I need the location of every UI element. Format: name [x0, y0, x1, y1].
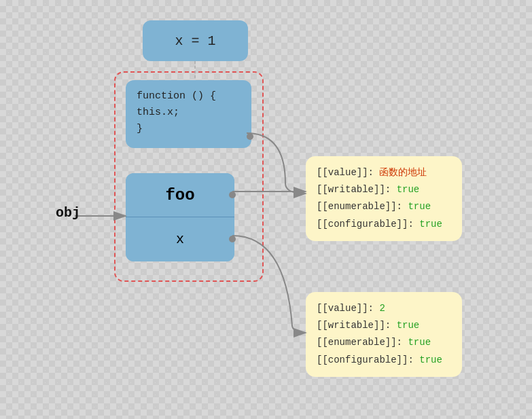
function-line3: }: [137, 121, 216, 137]
bottom-configurable-val: true: [419, 354, 442, 365]
function-connector-dot: [247, 133, 253, 140]
foo-label: foo: [126, 173, 234, 217]
top-value-val: 函数的地址: [379, 167, 427, 178]
top-enumerable-val: true: [408, 201, 431, 212]
function-line2: this.x;: [137, 105, 216, 121]
top-property-box: [[value]]: 函数的地址 [[writable]]: true [[en…: [306, 156, 462, 241]
bottom-writable-val: true: [397, 320, 420, 331]
x1-box: x = 1: [143, 20, 248, 61]
diagram: x = 1 function () { this.x; } foo x obj …: [0, 0, 532, 419]
top-value-label: [[value]]:: [317, 167, 374, 178]
bottom-value-label: [[value]]:: [317, 303, 374, 314]
bottom-value-val: 2: [379, 303, 385, 314]
bottom-property-box: [[value]]: 2 [[writable]]: true [[enumer…: [306, 292, 462, 377]
function-line1: function () {: [137, 88, 216, 105]
bottom-enumerable-val: true: [408, 337, 431, 348]
bottom-enumerable-label: [[enumerable]]:: [317, 337, 402, 348]
top-writable-val: true: [397, 184, 420, 195]
obj-label: obj: [56, 205, 80, 221]
top-writable-label: [[writable]]:: [317, 184, 391, 195]
function-box: function () { this.x; }: [126, 80, 251, 148]
foo-connector-dot: [229, 192, 236, 198]
top-enumerable-label: [[enumerable]]:: [317, 201, 402, 212]
bottom-writable-label: [[writable]]:: [317, 320, 391, 331]
foo-x-box: foo x: [126, 173, 234, 261]
top-configurable-val: true: [419, 219, 442, 230]
bottom-configurable-label: [[configurable]]:: [317, 354, 414, 365]
top-configurable-label: [[configurable]]:: [317, 219, 414, 230]
x-connector-dot: [229, 236, 236, 242]
x-label: x: [126, 217, 234, 261]
x1-label: x = 1: [175, 33, 215, 49]
